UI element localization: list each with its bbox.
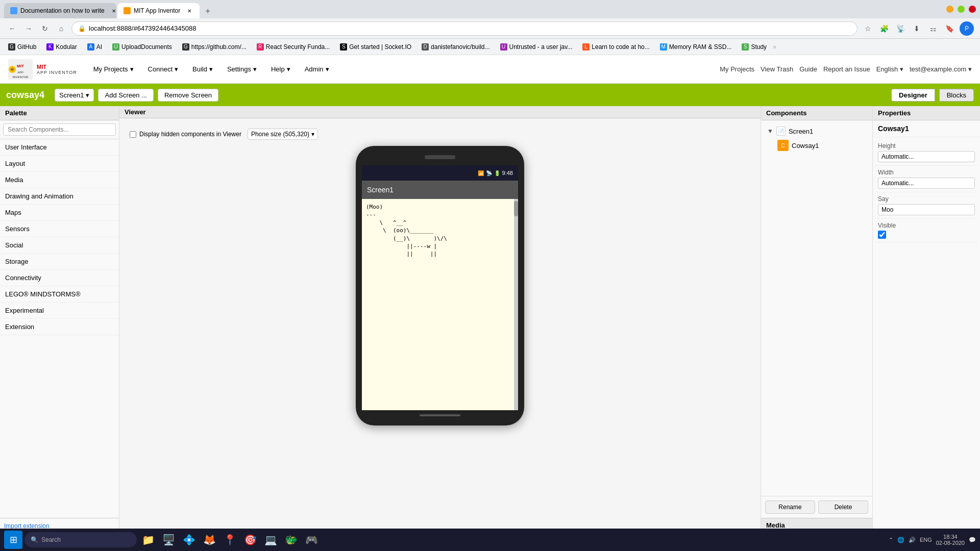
- extensions-button[interactable]: 🧩: [878, 22, 890, 35]
- volume-icon[interactable]: 🔊: [909, 537, 916, 543]
- bookmark-github[interactable]: G GitHub: [4, 42, 40, 52]
- phone-size-selector[interactable]: Phone size (505,320) ▾: [248, 129, 318, 140]
- palette-item-drawing-animation[interactable]: Drawing and Animation: [0, 188, 119, 205]
- remove-screen-button[interactable]: Remove Screen: [158, 89, 218, 102]
- palette-item-storage[interactable]: Storage: [0, 254, 119, 270]
- reload-button[interactable]: ↻: [39, 22, 51, 35]
- bookmark-study[interactable]: S Study: [738, 42, 771, 52]
- taskbar-terminal[interactable]: 🖥️: [159, 531, 178, 549]
- nav-build[interactable]: Build ▾: [186, 62, 219, 76]
- tab-2-close[interactable]: ✕: [185, 7, 193, 15]
- palette-item-extension[interactable]: Extension: [0, 319, 119, 335]
- tab-1-close[interactable]: ✕: [110, 7, 116, 15]
- nav-my-projects[interactable]: My Projects ▾: [87, 62, 140, 76]
- taskbar-app5[interactable]: 🎯: [241, 531, 259, 549]
- blocks-button[interactable]: Blocks: [939, 89, 974, 102]
- nav-connect-arrow: ▾: [175, 65, 178, 73]
- palette-item-lego[interactable]: LEGO® MINDSTORMS®: [0, 286, 119, 303]
- bookmark-github2[interactable]: G https://github.com/...: [178, 42, 251, 52]
- nav-right-report-issue[interactable]: Report an Issue: [823, 65, 870, 73]
- nav-right-guide[interactable]: Guide: [799, 65, 817, 73]
- bookmark-untrusted[interactable]: U Untrusted - a user jav...: [496, 42, 577, 52]
- prop-visible: Visible: [875, 219, 978, 242]
- nav-right-view-trash[interactable]: View Trash: [761, 65, 793, 73]
- mit-toolbar: MIT APP INVENTOR MIT APP INVENTOR My Pro…: [0, 55, 980, 84]
- palette-item-layout[interactable]: Layout: [0, 156, 119, 172]
- nav-right-user-email[interactable]: test@example.com ▾: [910, 65, 972, 73]
- designer-button[interactable]: Designer: [891, 89, 935, 102]
- apps-button[interactable]: ⚏: [927, 22, 939, 35]
- project-title: cowsay4: [6, 90, 44, 101]
- search-input[interactable]: [3, 123, 116, 136]
- palette-item-experimental[interactable]: Experimental: [0, 303, 119, 319]
- mit-logo: MIT APP INVENTOR MIT APP INVENTOR: [8, 59, 77, 80]
- bookmark-memory[interactable]: M Memory RAM & SSD...: [656, 42, 736, 52]
- palette-item-connectivity[interactable]: Connectivity: [0, 270, 119, 286]
- palette-item-user-interface[interactable]: User Interface: [0, 139, 119, 156]
- rename-button[interactable]: Rename: [765, 500, 815, 514]
- properties-panel: Properties Cowsay1 Height Width Say Visi…: [873, 106, 980, 551]
- tab-1[interactable]: Documentation on how to write ✕: [4, 3, 116, 18]
- taskbar-app7[interactable]: 🐲: [282, 531, 300, 549]
- bookmark-button[interactable]: 🔖: [943, 22, 955, 35]
- taskbar-maps[interactable]: 📍: [220, 531, 239, 549]
- tree-cowsay1[interactable]: C Cowsay1: [775, 138, 868, 153]
- back-button[interactable]: ←: [6, 22, 18, 35]
- close-button[interactable]: [969, 6, 976, 13]
- screen-selector[interactable]: Screen1 ▾: [55, 89, 94, 102]
- palette-item-sensors[interactable]: Sensors: [0, 221, 119, 237]
- nav-help[interactable]: Help ▾: [265, 62, 297, 76]
- maximize-button[interactable]: [958, 6, 965, 13]
- nav-admin[interactable]: Admin ▾: [299, 62, 335, 76]
- nav-right-english[interactable]: English ▾: [876, 65, 903, 73]
- taskbar-app8[interactable]: 🎮: [302, 531, 321, 549]
- bookmark-react[interactable]: R React Security Funda...: [253, 42, 334, 52]
- more-bookmarks[interactable]: »: [773, 43, 776, 51]
- profile-button[interactable]: P: [960, 21, 974, 36]
- palette-item-maps[interactable]: Maps: [0, 205, 119, 221]
- bookmark-learncode[interactable]: L Learn to code at ho...: [578, 42, 653, 52]
- hidden-checkbox[interactable]: [130, 131, 136, 138]
- minimize-button[interactable]: [946, 6, 953, 13]
- start-button[interactable]: ⊞: [4, 531, 22, 549]
- prop-width-input[interactable]: [878, 178, 975, 189]
- systray-up-arrow[interactable]: ⌃: [889, 537, 893, 543]
- taskbar-vscode[interactable]: 💻: [261, 531, 280, 549]
- delete-button[interactable]: Delete: [818, 500, 868, 514]
- taskbar-search-text: Search: [41, 536, 61, 543]
- tab-2[interactable]: MIT App Inventor ✕: [117, 3, 200, 18]
- prop-say-input[interactable]: [878, 204, 975, 215]
- phone-home-indicator[interactable]: [420, 414, 460, 416]
- nav-connect[interactable]: Connect ▾: [142, 62, 184, 76]
- taskbar-search[interactable]: 🔍 Search: [24, 532, 137, 547]
- screen-selector-label: Screen1: [59, 91, 84, 99]
- forward-button[interactable]: →: [22, 22, 35, 35]
- home-button[interactable]: ⌂: [55, 22, 67, 35]
- bookmark-uploaddocs[interactable]: U UploadDocuments: [108, 42, 176, 52]
- tree-children: C Cowsay1: [775, 138, 868, 153]
- add-screen-button[interactable]: Add Screen ...: [98, 89, 153, 102]
- address-bar: ← → ↻ ⌂ 🔒 localhost:8888/#64739244643450…: [0, 18, 980, 39]
- tree-screen1[interactable]: ▼ 📄 Screen1: [765, 124, 868, 138]
- bookmark-danistefanovic[interactable]: D danistefanovic/build...: [418, 42, 494, 52]
- notification-icon[interactable]: 💬: [969, 537, 976, 543]
- download-button[interactable]: ⬇: [911, 22, 923, 35]
- new-tab-button[interactable]: +: [201, 4, 215, 18]
- bookmark-ai[interactable]: A AI: [83, 42, 106, 52]
- nav-right-my-projects[interactable]: My Projects: [720, 65, 754, 73]
- nav-admin-arrow: ▾: [326, 65, 329, 73]
- taskbar-firefox[interactable]: 🦊: [200, 531, 218, 549]
- palette-item-social[interactable]: Social: [0, 237, 119, 254]
- prop-height-input[interactable]: [878, 151, 975, 162]
- taskbar-edge[interactable]: 💠: [180, 531, 198, 549]
- palette-item-media[interactable]: Media: [0, 172, 119, 188]
- bookmark-socketio[interactable]: S Get started | Socket.IO: [336, 42, 415, 52]
- phone-scrollbar[interactable]: [514, 199, 518, 410]
- prop-visible-checkbox[interactable]: [878, 231, 886, 239]
- star-button[interactable]: ☆: [862, 22, 874, 35]
- address-field[interactable]: 🔒 localhost:8888/#6473924464345088: [71, 21, 857, 36]
- bookmark-kodular[interactable]: K Kodular: [42, 42, 81, 52]
- cast-button[interactable]: 📡: [894, 22, 906, 35]
- taskbar-file-explorer[interactable]: 📁: [139, 531, 157, 549]
- nav-settings[interactable]: Settings ▾: [221, 62, 263, 76]
